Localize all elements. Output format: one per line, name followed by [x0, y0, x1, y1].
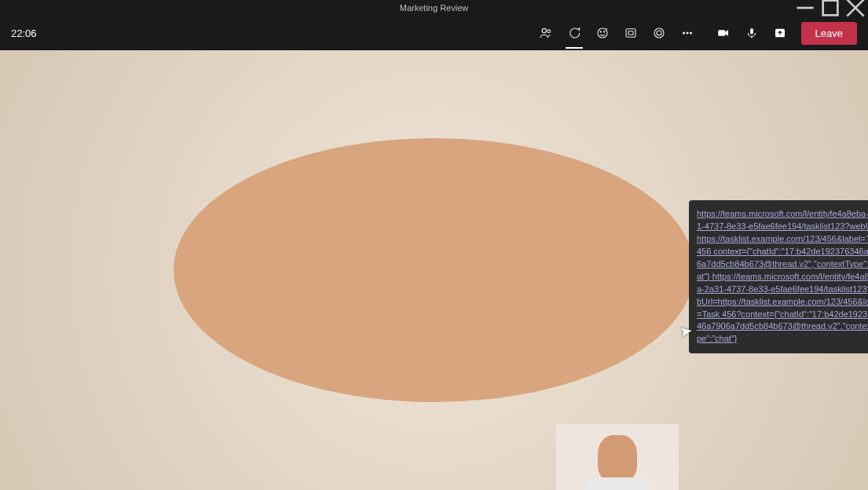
- reactions-icon[interactable]: [589, 20, 616, 46]
- window-controls: [793, 0, 868, 16]
- camera-icon[interactable]: [710, 20, 737, 46]
- audio-participant[interactable]: MJ Price: [585, 262, 650, 342]
- chat-icon[interactable]: [561, 20, 588, 46]
- video-tile-thumb[interactable]: [556, 424, 679, 490]
- titlebar: Marketing Review: [0, 0, 868, 16]
- svg-point-13: [683, 32, 684, 34]
- svg-point-4: [542, 28, 546, 32]
- svg-point-5: [547, 30, 550, 33]
- svg-rect-17: [750, 28, 753, 35]
- microphone-icon[interactable]: [738, 20, 765, 46]
- svg-point-12: [657, 31, 661, 35]
- meeting-duration: 22:06: [11, 27, 37, 39]
- svg-point-14: [687, 32, 688, 34]
- more-icon[interactable]: [674, 20, 701, 46]
- svg-rect-10: [628, 31, 633, 35]
- svg-rect-1: [823, 1, 838, 16]
- svg-rect-9: [626, 29, 635, 38]
- apps-icon[interactable]: [646, 20, 672, 46]
- svg-point-6: [598, 28, 607, 38]
- share-icon[interactable]: [767, 20, 793, 46]
- close-button[interactable]: [843, 0, 868, 16]
- audio-participants-strip: Beth Davies Laurence Gilbertson MJ Price: [555, 50, 680, 490]
- message-link[interactable]: https://teams.microsoft.com/l/entityfe4a…: [697, 209, 868, 343]
- meeting-toolbar: 22:06 Leave: [0, 16, 868, 50]
- maximize-button[interactable]: [818, 0, 843, 16]
- svg-rect-16: [718, 30, 725, 36]
- rooms-icon[interactable]: [617, 20, 644, 46]
- chat-message[interactable]: https://teams.microsoft.com/l/entityfe4a…: [689, 200, 868, 353]
- window-title: Marketing Review: [400, 3, 468, 13]
- minimize-button[interactable]: [793, 0, 818, 16]
- svg-point-11: [654, 28, 664, 38]
- meeting-content: Serena Davis Aadi Kapoor Charlotte de Cr…: [0, 50, 868, 490]
- video-grid: Serena Davis Aadi Kapoor Charlotte de Cr…: [0, 50, 680, 490]
- svg-point-7: [600, 31, 601, 32]
- leave-button[interactable]: Leave: [801, 22, 857, 45]
- participant-video: [598, 435, 637, 482]
- svg-point-8: [603, 31, 604, 32]
- svg-point-15: [690, 32, 691, 34]
- avatar: [585, 262, 650, 327]
- participants-icon[interactable]: [533, 20, 559, 46]
